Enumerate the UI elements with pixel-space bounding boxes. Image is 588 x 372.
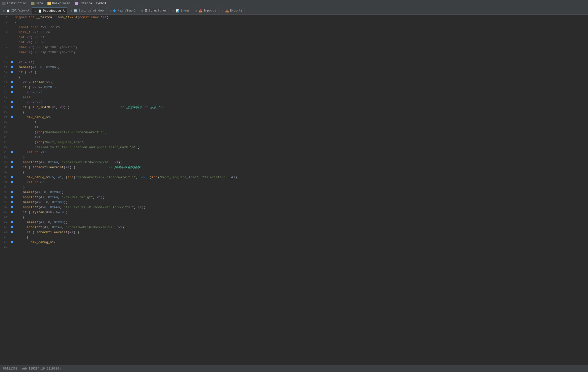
legend-data-color (31, 2, 34, 5)
code-container[interactable]: 1 signed int __fastcall sub_1192B4(const… (0, 15, 588, 365)
code-content-34: return 0; (14, 180, 44, 185)
code-content-29: } (14, 155, 25, 160)
code-line-27: 27 "failed to filter quotation and punct… (0, 145, 588, 150)
tab-label-structures: Structures (149, 9, 167, 12)
code-content-31: if ( !checkfileexeist(&s) ) // 如果不存在则继续 (14, 165, 140, 170)
bp-dot-14 (11, 81, 13, 83)
line-num-38: 38 (0, 200, 10, 205)
legend-external-symbol: External symbol (75, 2, 106, 5)
code-content-6: int v4; // r3 (14, 40, 44, 45)
bp-38 (10, 201, 14, 203)
line-num-41: 41 (0, 215, 10, 220)
code-line-7: 7 char v6; // [sp+10h] [bp-138h] (0, 45, 588, 50)
code-line-8: 8 char s; // [sp+110h] [bp-38h] (0, 50, 588, 55)
bp-dot-11 (11, 66, 13, 68)
code-line-34: 34 return 0; (0, 180, 588, 185)
code-line-12: 12 if ( v1 ) (0, 70, 588, 75)
tab-icon-enums: 📊 (176, 9, 179, 12)
bp-30 (10, 161, 14, 163)
code-content-44: if ( !checkfileexeist(&s) ) (14, 230, 79, 235)
bp-19 (10, 106, 14, 108)
line-num-1: 1 (0, 15, 10, 20)
code-line-18: 18 v3 = v2; (0, 100, 588, 105)
code-content-10: v1 = a1; (14, 60, 34, 65)
code-line-17: 17 else (0, 95, 588, 100)
tab-close-structures[interactable]: ✕ (141, 9, 144, 12)
tab-label-imports: Imports (204, 9, 216, 12)
tab-strings-window[interactable]: ✕ 🔤 Strings window (67, 7, 106, 14)
legend-unexplored-color (47, 2, 51, 5)
code-content-23: 41, (14, 125, 40, 130)
code-line-33: 33 dev_debug_v1(5, 41, (int)"hardwareif/… (0, 175, 588, 180)
bp-31 (10, 166, 14, 168)
line-num-25: 25 (0, 135, 10, 140)
code-line-35: 35 } (0, 185, 588, 190)
tab-close-ida-view-a[interactable]: ✕ (2, 9, 5, 12)
bp-15 (10, 86, 14, 88)
code-line-2: 2 { (0, 20, 588, 25)
code-line-19: 19 if ( sub_2C478(v1, v3) ) // 过滤字符串";" … (0, 105, 588, 110)
code-line-28: 28 return -1; (0, 150, 588, 155)
code-content-42: memset(&s, 0, 0x20u); (14, 220, 68, 225)
bp-36 (10, 191, 14, 193)
legend-unexplored: Unexplored (47, 2, 70, 5)
tab-ida-view-a[interactable]: ✕ 📋 IDA View-A (0, 7, 32, 14)
code-content-11: memset(&s, 0, 0x20u); (14, 65, 60, 70)
legend-instruction: Instruction (2, 2, 26, 5)
code-line-4: 4 size_t v2; // r0 (0, 30, 588, 35)
line-num-19: 19 (0, 105, 10, 110)
legend-external-symbol-color (75, 2, 78, 5)
code-line-45: 45 { (0, 235, 588, 240)
bp-dot-12 (11, 71, 13, 73)
tab-label-enums: Enums (181, 9, 190, 12)
code-content-46: dev_debug_v1( (14, 240, 56, 245)
tab-label-exports: Exports (230, 9, 243, 12)
tab-pseudocode-a[interactable]: ✕ 📄 Pseudocode-A (32, 7, 67, 14)
line-num-40: 40 (0, 210, 10, 215)
code-line-41: 41 { (0, 215, 588, 220)
tab-label-strings-window: Strings window (78, 9, 104, 12)
code-content-38: memset(&v6, 0, 0x100u); (14, 200, 68, 205)
tab-close-enums[interactable]: ✕ (172, 9, 175, 12)
line-num-42: 42 (0, 220, 10, 225)
code-content-3: const char *v1; // r5 (14, 25, 60, 30)
bp-dot-36 (11, 191, 13, 193)
code-content-13: { (14, 75, 21, 80)
tab-close-exports[interactable]: ✕ (221, 9, 224, 12)
code-line-31: 31 if ( !checkfileexeist(&s) ) // 如果不存在则… (0, 165, 588, 170)
tab-structures[interactable]: ✕ 🅰 Structures (138, 7, 170, 14)
bp-dot-46 (11, 241, 13, 243)
legend-data: Data (31, 2, 43, 5)
bp-33 (10, 176, 14, 178)
line-num-24: 24 (0, 130, 10, 135)
tab-icon-pseudocode-a: 📄 (38, 10, 42, 13)
line-num-46: 46 (0, 240, 10, 245)
code-line-42: 42 memset(&s, 0, 0x20u); (0, 220, 588, 225)
line-num-32: 32 (0, 170, 10, 175)
tab-icon-strings-window: 🔤 (74, 9, 77, 12)
tab-hex-view-1[interactable]: ✕ 🔷 Hex View-1 (106, 7, 138, 14)
code-content-22: 1, (14, 120, 38, 125)
tab-close-imports[interactable]: ✕ (195, 9, 198, 12)
code-content-25: 491, (14, 135, 42, 140)
tab-imports[interactable]: ✕ 📥 Imports (192, 7, 219, 14)
bp-34 (10, 181, 14, 183)
tab-enums[interactable]: ✕ 📊 Enums (169, 7, 192, 14)
legend-instruction-label: Instruction (7, 2, 26, 5)
tab-close-strings-window[interactable]: ✕ (70, 9, 73, 12)
tab-exports[interactable]: ✕ 📤 Exports (219, 7, 245, 14)
bp-44 (10, 231, 14, 233)
bp-11 (10, 66, 14, 68)
tab-close-hex-view-1[interactable]: ✕ (109, 9, 112, 12)
tab-close-pseudocode-a[interactable]: ✕ (34, 10, 37, 13)
bp-12 (10, 71, 14, 73)
bp-dot-30 (11, 161, 13, 163)
code-line-16: 16 v3 = 32; (0, 90, 588, 95)
line-num-11: 11 (0, 65, 10, 70)
code-content-15: if ( v2 >= 0x20 ) (14, 85, 56, 90)
code-content-16: v3 = 32; (14, 90, 42, 95)
code-content-33: dev_debug_v1(5, 41, (int)"hardwareif/e6/… (14, 175, 239, 180)
line-num-20: 20 (0, 110, 10, 115)
line-num-15: 15 (0, 85, 10, 90)
code-content-36: memset(&s, 0, 0x20u); (14, 190, 64, 195)
